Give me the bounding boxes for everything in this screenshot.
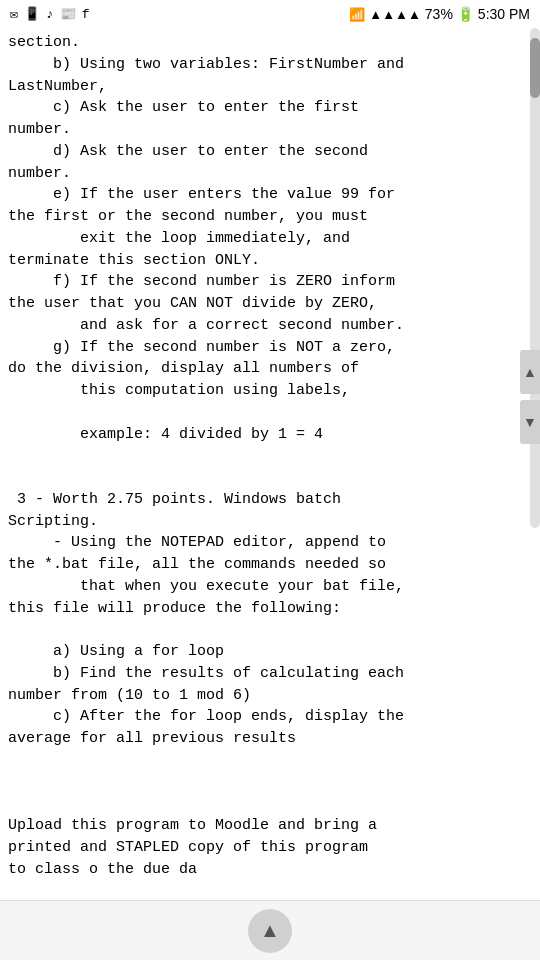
scrollbar-thumb[interactable] bbox=[530, 38, 540, 98]
whatsapp-icon: 📱 bbox=[24, 6, 40, 22]
status-bar: ✉ 📱 ♪ 📰 f 📶 ▲▲▲▲ 73% 🔋 5:30 PM bbox=[0, 0, 540, 28]
bottom-navigation: ▲ bbox=[0, 900, 540, 960]
wifi-icon: 📶 bbox=[349, 7, 365, 22]
facebook-icon: f bbox=[82, 7, 90, 22]
side-scroll-down-button[interactable]: ▼ bbox=[520, 400, 540, 444]
side-scroll-up-button[interactable]: ▲ bbox=[520, 350, 540, 394]
scroll-to-top-button[interactable]: ▲ bbox=[248, 909, 292, 953]
scroll-up-arrow-icon: ▲ bbox=[260, 919, 280, 942]
scrollbar-track[interactable] bbox=[530, 28, 540, 528]
status-bar-left: ✉ 📱 ♪ 📰 f bbox=[10, 6, 89, 22]
status-bar-right: 📶 ▲▲▲▲ 73% 🔋 5:30 PM bbox=[349, 6, 530, 22]
side-down-arrow-icon: ▼ bbox=[523, 414, 537, 430]
signal-icon: ▲▲▲▲ bbox=[369, 7, 420, 22]
side-up-arrow-icon: ▲ bbox=[523, 364, 537, 380]
main-content-text: section. b) Using two variables: FirstNu… bbox=[8, 32, 532, 880]
flipboard-icon: 📰 bbox=[60, 6, 76, 22]
battery-icon: 🔋 bbox=[457, 6, 474, 22]
tiktok-icon: ♪ bbox=[46, 7, 54, 22]
content-area: section. b) Using two variables: FirstNu… bbox=[0, 28, 540, 960]
time-display: 5:30 PM bbox=[478, 6, 530, 22]
battery-percentage: 73% bbox=[425, 6, 453, 22]
message-icon: ✉ bbox=[10, 6, 18, 22]
